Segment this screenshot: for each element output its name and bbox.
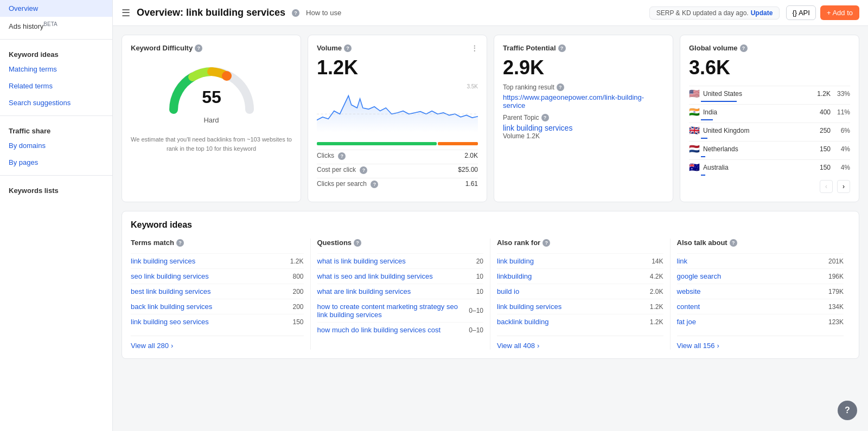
sidebar-item-related-terms[interactable]: Related terms bbox=[0, 78, 112, 94]
country-row: 🇺🇸 United States 1.2K 33% bbox=[689, 86, 850, 101]
ki-val: 10 bbox=[476, 288, 483, 295]
ki-link[interactable]: what are link building services bbox=[317, 287, 411, 295]
matching-terms-label: Matching terms bbox=[9, 65, 57, 73]
country-vol: 1.2K bbox=[811, 90, 831, 98]
country-bar bbox=[701, 138, 707, 139]
ki-val: 1.2K bbox=[650, 303, 663, 311]
list-item: website 179K bbox=[677, 284, 844, 299]
top-ranking-help-icon[interactable]: ? bbox=[557, 83, 564, 91]
clicks-help-icon[interactable]: ? bbox=[338, 152, 346, 160]
volume-help-icon[interactable]: ? bbox=[344, 44, 352, 52]
also-talk-view-all[interactable]: View all 156 › bbox=[677, 336, 844, 350]
country-bar bbox=[701, 156, 705, 157]
sidebar-item-by-pages[interactable]: By pages bbox=[0, 154, 112, 171]
terms-match-help-icon[interactable]: ? bbox=[176, 239, 184, 247]
parent-topic-help-icon[interactable]: ? bbox=[541, 114, 549, 121]
list-item: google search 196K bbox=[677, 268, 844, 284]
top-ranking-section: Top ranking result ? https://www.pageone… bbox=[503, 83, 664, 110]
ki-link[interactable]: back link building services bbox=[131, 303, 212, 311]
ki-link[interactable]: link building seo services bbox=[131, 318, 209, 326]
gauge-container: 55 Hard bbox=[131, 56, 292, 128]
ki-link[interactable]: how to create content marketing strategy… bbox=[317, 303, 465, 319]
update-link[interactable]: Update bbox=[751, 9, 773, 17]
sidebar-item-ads-history[interactable]: Ads historyBETA bbox=[0, 17, 112, 35]
clicks-row: Clicks ? 2.0K bbox=[317, 150, 478, 162]
country-bar bbox=[701, 101, 737, 102]
country-pct: 4% bbox=[834, 145, 850, 153]
ki-link[interactable]: backlink building bbox=[497, 318, 548, 326]
how-to-use-button[interactable]: How to use bbox=[306, 9, 341, 17]
ki-val: 4.2K bbox=[650, 273, 663, 280]
cards-row: Keyword Difficulty ? bbox=[122, 35, 859, 202]
keyword-ideas-header: Keyword ideas bbox=[0, 44, 112, 61]
sidebar-item-overview[interactable]: Overview bbox=[0, 0, 112, 17]
api-button[interactable]: {} API bbox=[786, 5, 816, 20]
ki-link[interactable]: what is seo and link building services bbox=[317, 272, 433, 280]
menu-icon[interactable]: ☰ bbox=[122, 7, 130, 19]
country-vol: 150 bbox=[811, 145, 831, 153]
terms-match-arrow-icon: › bbox=[171, 342, 173, 350]
sidebar-item-matching-terms[interactable]: Matching terms bbox=[0, 61, 112, 78]
tp-value: 2.9K bbox=[503, 56, 664, 79]
title-help-icon[interactable]: ? bbox=[292, 9, 299, 17]
sidebar: Overview Ads historyBETA Keyword ideas M… bbox=[0, 0, 113, 431]
questions-help-icon[interactable]: ? bbox=[354, 239, 361, 247]
tp-help-icon[interactable]: ? bbox=[558, 44, 566, 52]
also-talk-help-icon[interactable]: ? bbox=[730, 239, 737, 247]
list-item: link building services 1.2K bbox=[497, 299, 663, 314]
terms-match-header: Terms match ? bbox=[131, 239, 304, 247]
volume-value: 1.2K bbox=[317, 56, 478, 79]
ki-link[interactable]: what is link building services bbox=[317, 257, 406, 265]
topbar-actions: {} API + Add to bbox=[786, 5, 859, 20]
ki-link[interactable]: link building bbox=[497, 257, 534, 265]
ki-link[interactable]: best link building services bbox=[131, 287, 210, 295]
page-title: Overview: link building services bbox=[137, 7, 285, 18]
cps-value: 1.61 bbox=[465, 180, 478, 188]
top-ranking-label: Top ranking result ? bbox=[503, 83, 664, 91]
gv-next-button[interactable]: › bbox=[837, 180, 850, 193]
keyword-ideas-section: Keyword ideas Terms match ? link buildin… bbox=[122, 211, 859, 359]
add-to-button[interactable]: + Add to bbox=[820, 5, 859, 20]
country-bar bbox=[701, 119, 713, 120]
ki-link[interactable]: build io bbox=[497, 287, 519, 295]
ki-link[interactable]: linkbuilding bbox=[497, 272, 532, 280]
by-pages-label: By pages bbox=[9, 158, 38, 166]
ki-link[interactable]: link bbox=[677, 257, 688, 265]
cps-label: Clicks per search ? bbox=[317, 180, 378, 188]
ki-link[interactable]: fat joe bbox=[677, 318, 696, 326]
chart-area: 3.5K bbox=[317, 83, 478, 138]
parent-topic-value[interactable]: link building services bbox=[503, 124, 664, 132]
ki-link[interactable]: content bbox=[677, 303, 700, 311]
ki-link[interactable]: google search bbox=[677, 272, 722, 280]
ki-link[interactable]: seo link building services bbox=[131, 272, 209, 280]
gv-prev-button[interactable]: ‹ bbox=[820, 180, 833, 193]
sidebar-item-search-suggestions[interactable]: Search suggestions bbox=[0, 94, 112, 111]
country-row: 🇬🇧 United Kingdom 250 6% bbox=[689, 123, 850, 138]
keywords-lists-header: Keywords lists bbox=[0, 180, 112, 197]
ki-grid: Terms match ? link building services 1.2… bbox=[131, 239, 850, 350]
ads-history-badge: BETA bbox=[43, 21, 57, 27]
cpc-help-icon[interactable]: ? bbox=[360, 166, 367, 174]
list-item: backlink building 1.2K bbox=[497, 314, 663, 329]
ki-link[interactable]: link building services bbox=[497, 303, 561, 311]
list-item: what are link building services 10 bbox=[317, 284, 484, 299]
also-rank-view-all[interactable]: View all 408 › bbox=[497, 336, 663, 350]
help-fab[interactable]: ? bbox=[838, 401, 857, 420]
terms-match-view-all[interactable]: View all 280 › bbox=[131, 336, 304, 350]
sidebar-item-by-domains[interactable]: By domains bbox=[0, 137, 112, 154]
top-ranking-url[interactable]: https://www.pageonepower.com/link-buildi… bbox=[503, 93, 644, 110]
related-terms-label: Related terms bbox=[9, 82, 53, 90]
country-row: 🇳🇱 Netherlands 150 4% bbox=[689, 141, 850, 156]
ki-link[interactable]: website bbox=[677, 287, 701, 295]
gv-help-icon[interactable]: ? bbox=[740, 44, 748, 52]
kd-help-icon[interactable]: ? bbox=[195, 44, 202, 52]
countries-list: 🇺🇸 United States 1.2K 33% 🇮🇳 India 400 1… bbox=[689, 86, 850, 176]
questions-col: Questions ? what is link building servic… bbox=[311, 239, 491, 350]
volume-menu-icon[interactable]: ⋮ bbox=[471, 44, 478, 52]
ki-link[interactable]: how much do link building services cost bbox=[317, 326, 441, 334]
sidebar-ads-history-label: Ads history bbox=[9, 22, 43, 30]
ki-link[interactable]: link building services bbox=[131, 257, 195, 265]
also-rank-help-icon[interactable]: ? bbox=[542, 239, 550, 247]
cpc-label: Cost per click ? bbox=[317, 166, 367, 174]
cps-help-icon[interactable]: ? bbox=[371, 181, 378, 188]
